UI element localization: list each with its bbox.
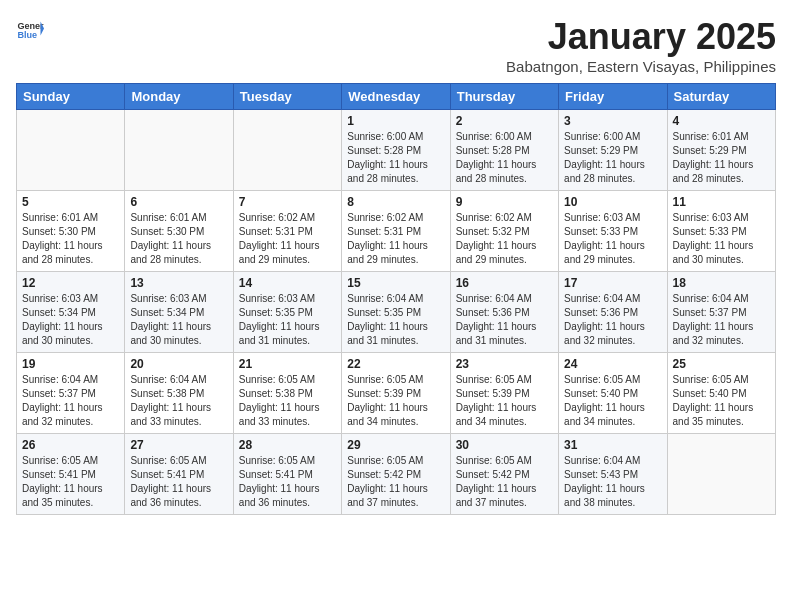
calendar-cell: 13Sunrise: 6:03 AM Sunset: 5:34 PM Dayli… <box>125 272 233 353</box>
day-number: 4 <box>673 114 770 128</box>
day-info: Sunrise: 6:03 AM Sunset: 5:33 PM Dayligh… <box>673 211 770 267</box>
day-info: Sunrise: 6:00 AM Sunset: 5:29 PM Dayligh… <box>564 130 661 186</box>
day-info: Sunrise: 6:02 AM Sunset: 5:31 PM Dayligh… <box>239 211 336 267</box>
day-number: 20 <box>130 357 227 371</box>
calendar-cell: 3Sunrise: 6:00 AM Sunset: 5:29 PM Daylig… <box>559 110 667 191</box>
day-info: Sunrise: 6:01 AM Sunset: 5:30 PM Dayligh… <box>130 211 227 267</box>
weekday-header-cell: Friday <box>559 84 667 110</box>
day-number: 11 <box>673 195 770 209</box>
calendar-cell: 9Sunrise: 6:02 AM Sunset: 5:32 PM Daylig… <box>450 191 558 272</box>
day-number: 22 <box>347 357 444 371</box>
day-info: Sunrise: 6:01 AM Sunset: 5:29 PM Dayligh… <box>673 130 770 186</box>
day-info: Sunrise: 6:04 AM Sunset: 5:43 PM Dayligh… <box>564 454 661 510</box>
day-info: Sunrise: 6:03 AM Sunset: 5:34 PM Dayligh… <box>22 292 119 348</box>
day-info: Sunrise: 6:03 AM Sunset: 5:33 PM Dayligh… <box>564 211 661 267</box>
calendar-cell <box>125 110 233 191</box>
day-info: Sunrise: 6:05 AM Sunset: 5:40 PM Dayligh… <box>564 373 661 429</box>
day-number: 15 <box>347 276 444 290</box>
calendar-cell: 23Sunrise: 6:05 AM Sunset: 5:39 PM Dayli… <box>450 353 558 434</box>
calendar-cell: 21Sunrise: 6:05 AM Sunset: 5:38 PM Dayli… <box>233 353 341 434</box>
day-number: 6 <box>130 195 227 209</box>
calendar-cell: 22Sunrise: 6:05 AM Sunset: 5:39 PM Dayli… <box>342 353 450 434</box>
header: General Blue January 2025 Babatngon, Eas… <box>16 16 776 75</box>
calendar-cell: 17Sunrise: 6:04 AM Sunset: 5:36 PM Dayli… <box>559 272 667 353</box>
svg-text:General: General <box>17 21 44 31</box>
calendar-cell: 26Sunrise: 6:05 AM Sunset: 5:41 PM Dayli… <box>17 434 125 515</box>
day-info: Sunrise: 6:05 AM Sunset: 5:40 PM Dayligh… <box>673 373 770 429</box>
day-number: 1 <box>347 114 444 128</box>
day-number: 31 <box>564 438 661 452</box>
day-info: Sunrise: 6:05 AM Sunset: 5:42 PM Dayligh… <box>347 454 444 510</box>
day-number: 14 <box>239 276 336 290</box>
day-number: 29 <box>347 438 444 452</box>
weekday-header-cell: Saturday <box>667 84 775 110</box>
day-number: 28 <box>239 438 336 452</box>
day-number: 10 <box>564 195 661 209</box>
calendar-cell: 12Sunrise: 6:03 AM Sunset: 5:34 PM Dayli… <box>17 272 125 353</box>
calendar-cell: 25Sunrise: 6:05 AM Sunset: 5:40 PM Dayli… <box>667 353 775 434</box>
day-info: Sunrise: 6:04 AM Sunset: 5:35 PM Dayligh… <box>347 292 444 348</box>
day-number: 5 <box>22 195 119 209</box>
calendar-body: 1Sunrise: 6:00 AM Sunset: 5:28 PM Daylig… <box>17 110 776 515</box>
day-number: 3 <box>564 114 661 128</box>
day-info: Sunrise: 6:04 AM Sunset: 5:37 PM Dayligh… <box>22 373 119 429</box>
day-number: 12 <box>22 276 119 290</box>
weekday-header-row: SundayMondayTuesdayWednesdayThursdayFrid… <box>17 84 776 110</box>
calendar-week-row: 5Sunrise: 6:01 AM Sunset: 5:30 PM Daylig… <box>17 191 776 272</box>
calendar-cell <box>17 110 125 191</box>
calendar-cell: 4Sunrise: 6:01 AM Sunset: 5:29 PM Daylig… <box>667 110 775 191</box>
day-number: 21 <box>239 357 336 371</box>
calendar-cell: 28Sunrise: 6:05 AM Sunset: 5:41 PM Dayli… <box>233 434 341 515</box>
calendar-cell: 20Sunrise: 6:04 AM Sunset: 5:38 PM Dayli… <box>125 353 233 434</box>
calendar-cell <box>667 434 775 515</box>
calendar-title: January 2025 <box>506 16 776 58</box>
calendar-cell: 14Sunrise: 6:03 AM Sunset: 5:35 PM Dayli… <box>233 272 341 353</box>
day-info: Sunrise: 6:04 AM Sunset: 5:38 PM Dayligh… <box>130 373 227 429</box>
calendar-cell: 18Sunrise: 6:04 AM Sunset: 5:37 PM Dayli… <box>667 272 775 353</box>
calendar-cell: 2Sunrise: 6:00 AM Sunset: 5:28 PM Daylig… <box>450 110 558 191</box>
day-info: Sunrise: 6:05 AM Sunset: 5:39 PM Dayligh… <box>347 373 444 429</box>
calendar-week-row: 1Sunrise: 6:00 AM Sunset: 5:28 PM Daylig… <box>17 110 776 191</box>
day-info: Sunrise: 6:05 AM Sunset: 5:41 PM Dayligh… <box>130 454 227 510</box>
title-block: January 2025 Babatngon, Eastern Visayas,… <box>506 16 776 75</box>
weekday-header-cell: Wednesday <box>342 84 450 110</box>
weekday-header-cell: Thursday <box>450 84 558 110</box>
day-info: Sunrise: 6:05 AM Sunset: 5:41 PM Dayligh… <box>239 454 336 510</box>
day-info: Sunrise: 6:02 AM Sunset: 5:32 PM Dayligh… <box>456 211 553 267</box>
weekday-header-cell: Monday <box>125 84 233 110</box>
calendar-cell: 1Sunrise: 6:00 AM Sunset: 5:28 PM Daylig… <box>342 110 450 191</box>
calendar-week-row: 26Sunrise: 6:05 AM Sunset: 5:41 PM Dayli… <box>17 434 776 515</box>
day-number: 24 <box>564 357 661 371</box>
logo-icon: General Blue <box>16 16 44 44</box>
day-info: Sunrise: 6:03 AM Sunset: 5:34 PM Dayligh… <box>130 292 227 348</box>
calendar-cell: 16Sunrise: 6:04 AM Sunset: 5:36 PM Dayli… <box>450 272 558 353</box>
day-number: 17 <box>564 276 661 290</box>
calendar-cell: 6Sunrise: 6:01 AM Sunset: 5:30 PM Daylig… <box>125 191 233 272</box>
day-number: 30 <box>456 438 553 452</box>
calendar-cell: 30Sunrise: 6:05 AM Sunset: 5:42 PM Dayli… <box>450 434 558 515</box>
day-info: Sunrise: 6:01 AM Sunset: 5:30 PM Dayligh… <box>22 211 119 267</box>
logo: General Blue <box>16 16 44 44</box>
calendar-cell: 11Sunrise: 6:03 AM Sunset: 5:33 PM Dayli… <box>667 191 775 272</box>
calendar-cell: 10Sunrise: 6:03 AM Sunset: 5:33 PM Dayli… <box>559 191 667 272</box>
day-number: 18 <box>673 276 770 290</box>
calendar-cell: 24Sunrise: 6:05 AM Sunset: 5:40 PM Dayli… <box>559 353 667 434</box>
day-number: 23 <box>456 357 553 371</box>
day-info: Sunrise: 6:00 AM Sunset: 5:28 PM Dayligh… <box>456 130 553 186</box>
day-number: 26 <box>22 438 119 452</box>
calendar-cell: 19Sunrise: 6:04 AM Sunset: 5:37 PM Dayli… <box>17 353 125 434</box>
day-info: Sunrise: 6:02 AM Sunset: 5:31 PM Dayligh… <box>347 211 444 267</box>
calendar-week-row: 19Sunrise: 6:04 AM Sunset: 5:37 PM Dayli… <box>17 353 776 434</box>
day-number: 9 <box>456 195 553 209</box>
calendar-cell: 27Sunrise: 6:05 AM Sunset: 5:41 PM Dayli… <box>125 434 233 515</box>
day-number: 25 <box>673 357 770 371</box>
calendar-table: SundayMondayTuesdayWednesdayThursdayFrid… <box>16 83 776 515</box>
day-number: 27 <box>130 438 227 452</box>
calendar-cell: 31Sunrise: 6:04 AM Sunset: 5:43 PM Dayli… <box>559 434 667 515</box>
day-info: Sunrise: 6:00 AM Sunset: 5:28 PM Dayligh… <box>347 130 444 186</box>
calendar-cell <box>233 110 341 191</box>
day-number: 16 <box>456 276 553 290</box>
svg-text:Blue: Blue <box>17 30 37 40</box>
calendar-cell: 5Sunrise: 6:01 AM Sunset: 5:30 PM Daylig… <box>17 191 125 272</box>
day-number: 8 <box>347 195 444 209</box>
